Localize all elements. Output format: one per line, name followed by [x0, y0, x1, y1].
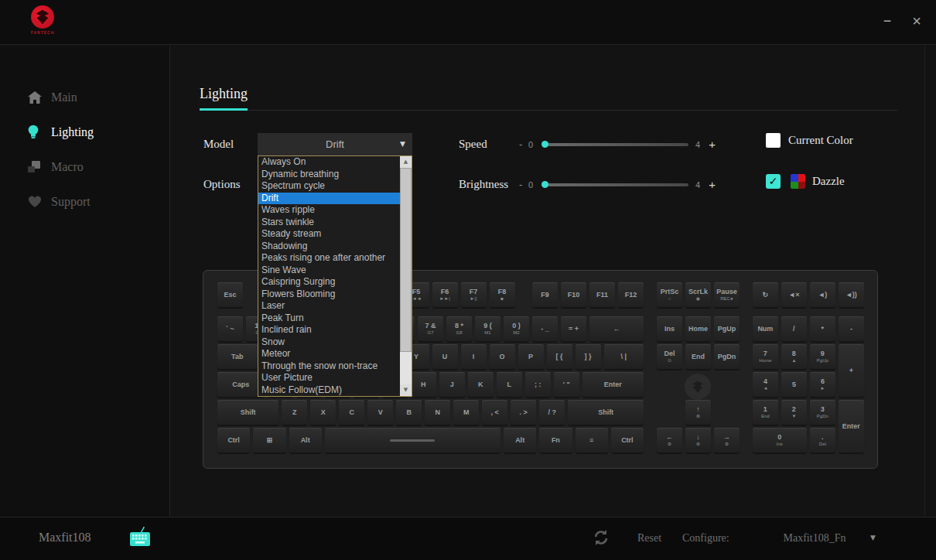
keyboard-key-shift[interactable]: Shift: [217, 400, 278, 425]
refresh-icon[interactable]: [592, 530, 610, 548]
dropdown-item[interactable]: Laser: [258, 300, 400, 312]
dropdown-scrollbar[interactable]: [400, 156, 412, 396]
dropdown-item[interactable]: Steady stream: [258, 228, 400, 241]
keyboard-key-f11[interactable]: F11: [589, 282, 615, 307]
dropdown-item[interactable]: Sine Wave: [258, 265, 400, 277]
keyboard-key-9[interactable]: 9PgUp: [810, 344, 835, 369]
keyboard-key-j[interactable]: J: [439, 372, 465, 397]
keyboard-key-enter[interactable]: Enter: [839, 400, 864, 452]
keyboard-key-n[interactable]: N: [425, 400, 450, 425]
keyboard-key-end[interactable]: End: [685, 344, 711, 369]
keyboard-key-[interactable]: [ {: [547, 344, 572, 369]
profile-chevron-down-icon[interactable]: [870, 534, 876, 541]
keyboard-key-f12[interactable]: F12: [618, 282, 644, 307]
brightness-plus-button[interactable]: +: [709, 178, 716, 191]
keyboard-key-m[interactable]: M: [453, 400, 479, 425]
sidebar-item-macro[interactable]: Macro: [0, 149, 169, 184]
keyboard-key-8[interactable]: 8▲: [781, 344, 807, 369]
keyboard-key-1[interactable]: 1End: [753, 400, 778, 425]
keyboard-key-z[interactable]: Z: [282, 400, 307, 425]
keyboard-key-alt[interactable]: Alt: [289, 428, 322, 452]
keyboard-key-i[interactable]: I: [461, 344, 487, 369]
keyboard-key-4[interactable]: 4◄: [753, 372, 778, 397]
speed-minus-button[interactable]: -: [519, 138, 528, 150]
keyboard-key-[interactable]: ⊞: [253, 428, 285, 452]
dazzle-checkbox[interactable]: [766, 174, 781, 189]
keyboard-key-pause[interactable]: PauseREC●: [714, 282, 740, 307]
keyboard-key-ctrl[interactable]: Ctrl: [217, 428, 250, 452]
dropdown-item[interactable]: Shadowing: [258, 241, 400, 253]
dropdown-item[interactable]: Inclined rain: [258, 324, 400, 336]
keyboard-key-pgup[interactable]: PgUp: [714, 316, 740, 341]
keyboard-key-pgdn[interactable]: PgDn: [714, 344, 740, 369]
speed-slider[interactable]: [543, 143, 688, 146]
keyboard-key-p[interactable]: P: [518, 344, 544, 369]
keyboard-key-[interactable]: ` ~: [217, 316, 243, 341]
keyboard-key-tab[interactable]: Tab: [217, 344, 258, 369]
keyboard-key-f9[interactable]: F9: [532, 282, 558, 307]
dropdown-item[interactable]: Drift: [258, 193, 400, 205]
dropdown-item[interactable]: Peak Turn: [258, 312, 400, 325]
dropdown-item[interactable]: Spectrum cycle: [258, 180, 400, 193]
dropdown-item[interactable]: Flowers Blooming: [258, 289, 400, 301]
keyboard-key-[interactable]: ↻: [753, 282, 778, 307]
keyboard-key-[interactable]: +: [839, 344, 864, 397]
keyboard-key-0[interactable]: 0 )M2: [504, 316, 529, 341]
keyboard-key-[interactable]: - _: [532, 316, 558, 341]
keyboard-key-h[interactable]: H: [411, 372, 436, 397]
model-select[interactable]: Drift: [258, 133, 412, 155]
keyboard-key-f7[interactable]: F7►||: [461, 282, 487, 307]
dropdown-item[interactable]: Through the snow non-trace: [258, 360, 400, 373]
scrollbar-thumb[interactable]: [400, 168, 412, 352]
dazzle-color-swatch[interactable]: [791, 174, 805, 189]
keyboard-key-7[interactable]: 7 &G7: [418, 316, 443, 341]
keyboard-key-[interactable]: = +: [561, 316, 586, 341]
keyboard-key-[interactable]: .Del: [810, 428, 835, 452]
keyboard-key-3[interactable]: 3PgDn: [810, 400, 835, 425]
keyboard-key-scrlk[interactable]: ScrLk◉: [685, 282, 711, 307]
sidebar-item-main[interactable]: Main: [0, 80, 169, 114]
brightness-minus-button[interactable]: -: [519, 179, 528, 190]
profile-select[interactable]: Maxfit108_Fn: [772, 532, 857, 545]
keyboard-key-v[interactable]: V: [367, 400, 393, 425]
keyboard-key-[interactable]: , <: [482, 400, 507, 425]
keyboard-key-del[interactable]: Del⊙: [657, 344, 682, 369]
keyboard-key-ctrl[interactable]: Ctrl: [611, 428, 644, 452]
keyboard-key-l[interactable]: L: [497, 372, 522, 397]
close-button[interactable]: [905, 9, 928, 32]
reset-button[interactable]: Reset: [637, 532, 661, 545]
keyboard-key-[interactable]: ↓⚙: [685, 428, 711, 452]
dropdown-item[interactable]: Dynamic breathing: [258, 169, 400, 181]
keyboard-key-[interactable]: →⚙: [714, 428, 740, 452]
brightness-slider-thumb[interactable]: [541, 181, 548, 188]
brightness-slider[interactable]: [543, 183, 688, 186]
keyboard-key-[interactable]: -: [839, 316, 864, 341]
dropdown-item[interactable]: Peaks rising one after another: [258, 252, 400, 265]
keyboard-key-space[interactable]: [325, 428, 500, 452]
keyboard-key-ins[interactable]: Ins: [657, 316, 682, 341]
sidebar-item-support[interactable]: Support: [0, 184, 169, 219]
keyboard-key-[interactable]: ←: [589, 316, 644, 341]
keyboard-key-esc[interactable]: Esc: [217, 282, 243, 307]
keyboard-key-o[interactable]: O: [490, 344, 515, 369]
keyboard-key-b[interactable]: B: [396, 400, 422, 425]
keyboard-key-6[interactable]: 6►: [810, 372, 835, 397]
keyboard-key-[interactable]: ◄)): [839, 282, 864, 307]
keyboard-key-2[interactable]: 2▼: [781, 400, 807, 425]
keyboard-key-[interactable]: ' ": [554, 372, 579, 397]
keyboard-key-x[interactable]: X: [310, 400, 336, 425]
keyboard-key-[interactable]: . >: [511, 400, 536, 425]
keyboard-key-[interactable]: /: [781, 316, 807, 341]
keyboard-key-k[interactable]: K: [468, 372, 494, 397]
current-color-swatch[interactable]: [766, 133, 781, 148]
scroll-up-icon[interactable]: [400, 156, 412, 168]
dropdown-item[interactable]: Snow: [258, 336, 400, 349]
keyboard-key-f8[interactable]: F8■: [490, 282, 515, 307]
dropdown-item[interactable]: Meteor: [258, 348, 400, 360]
dropdown-item[interactable]: Caispring Surging: [258, 276, 400, 289]
keyboard-key-[interactable]: *: [810, 316, 835, 341]
keyboard-key-[interactable]: ; :: [525, 372, 551, 397]
keyboard-key-prtsc[interactable]: PrtSc☼: [657, 282, 682, 307]
keyboard-key-7[interactable]: 7Home: [753, 344, 778, 369]
dropdown-item[interactable]: User Picture: [258, 372, 400, 384]
